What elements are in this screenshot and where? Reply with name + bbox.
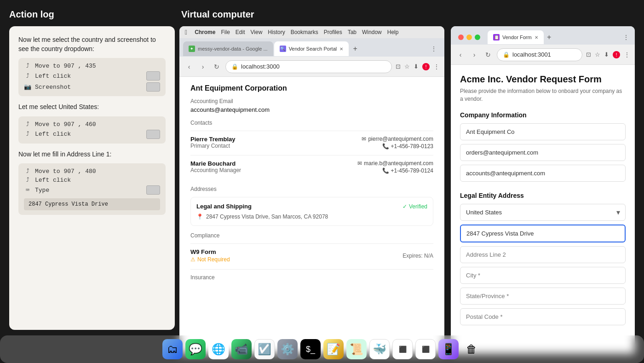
city-field[interactable]	[460, 267, 626, 284]
right-forward-button[interactable]: ›	[469, 51, 479, 58]
menu-file[interactable]: File	[221, 29, 230, 35]
close-traffic-light[interactable]	[458, 35, 464, 40]
tab-vendor-search[interactable]: 🔍 Vendor Search Portal ✕	[274, 41, 349, 56]
menu-window[interactable]: Window	[362, 29, 382, 35]
contact-email-2: marie.b@antequipment.com	[364, 160, 433, 167]
log-action-text-2: Left click	[35, 73, 71, 80]
dock-node1[interactable]: ⬛	[392, 339, 413, 359]
log-actions-box-1: ⤴ Move to 907 , 435 ⤴ Left click 📷 Scree…	[18, 58, 166, 96]
right-address-input[interactable]: 🔒 localhost:3001	[497, 48, 582, 61]
vendor-form-content: Acme Inc. Vendor Request Form Please pro…	[451, 65, 635, 354]
contact-info-2: Marie Bouchard Accounting Manager	[190, 160, 241, 173]
action-log-title: Action log	[9, 9, 175, 20]
vendor-form-tab-close[interactable]: ✕	[535, 35, 538, 40]
right-new-tab-button[interactable]: +	[544, 32, 555, 43]
contact-phone-2: +1-456-789-0124	[391, 167, 433, 174]
menu-chrome[interactable]: Chrome	[195, 29, 215, 35]
right-refresh-button[interactable]: ↻	[483, 51, 493, 58]
maximize-traffic-light[interactable]	[475, 35, 480, 40]
addresses-label: Addresses	[190, 186, 433, 192]
form-address-section: Legal Entity Address United States ▾	[460, 192, 626, 329]
right-more-icon[interactable]: ⋮	[624, 51, 630, 58]
verified-text: Verified	[409, 203, 427, 210]
right-download-icon[interactable]: ⬇	[604, 51, 609, 58]
location-icon: 📍	[196, 213, 203, 220]
vendor-search-favicon: 🔍	[280, 46, 286, 52]
minimize-traffic-light[interactable]	[466, 35, 472, 40]
address-line-1-field[interactable]	[460, 225, 626, 242]
dock-chrome[interactable]: 🌐	[208, 339, 229, 359]
contact-details-1: ✉ pierre@antequipment.com 📞 +1-456-789-0…	[362, 136, 433, 150]
compliance-section: Compliance W9 Form ⚠ Not Required Expir	[190, 232, 433, 281]
phone-icon-2: 📞	[382, 167, 389, 174]
left-address-input[interactable]: 🔒 localhost:3000	[225, 60, 392, 73]
right-back-button[interactable]: ‹	[455, 51, 466, 58]
dock-settings[interactable]: ⚙️	[277, 339, 298, 359]
sheets-favicon: ✦	[189, 46, 195, 52]
company-info-title: Company Information	[460, 111, 626, 119]
dock-facetime[interactable]: 📹	[231, 339, 252, 359]
right-bookmark-icon[interactable]: ☆	[595, 51, 600, 58]
tab-sheets-label: messy-vendor-data - Google ...	[198, 46, 268, 52]
forward-button[interactable]: ›	[198, 63, 208, 70]
dock-notes[interactable]: 📝	[323, 339, 344, 359]
menu-help[interactable]: Help	[387, 29, 399, 35]
state-province-field[interactable]	[460, 288, 626, 305]
left-url-text: localhost:3000	[241, 63, 280, 70]
menu-view[interactable]: View	[251, 29, 263, 35]
info-icon[interactable]: !	[422, 63, 430, 70]
contact-info-1: Pierre Tremblay Primary Contact	[190, 136, 236, 149]
compliance-label: Compliance	[190, 232, 433, 239]
menu-history[interactable]: History	[268, 29, 285, 35]
address-line-2-field[interactable]	[460, 246, 626, 263]
menu-tab[interactable]: Tab	[348, 29, 356, 35]
dock-trash[interactable]: 🗑	[461, 339, 482, 359]
tab-vendor-search-close[interactable]: ✕	[339, 46, 343, 52]
dock-docker[interactable]: 🐳	[369, 339, 390, 359]
more-icon[interactable]: ⋮	[433, 63, 440, 70]
menu-edit[interactable]: Edit	[236, 29, 245, 35]
country-select[interactable]: United States	[460, 204, 626, 221]
dock-messages[interactable]: 💬	[185, 339, 206, 359]
cast-icon: ⊡	[396, 63, 401, 70]
tab-vendor-search-label: Vendor Search Portal	[289, 46, 337, 52]
refresh-button[interactable]: ↻	[212, 63, 222, 70]
log-entry-1: Now let me select the country and screen…	[18, 35, 166, 96]
dock-finder[interactable]: 🗂	[162, 339, 183, 359]
right-url-text: localhost:3001	[512, 51, 551, 58]
download-icon[interactable]: ⬇	[414, 63, 419, 70]
new-tab-button[interactable]: +	[350, 43, 361, 54]
tab-sheets[interactable]: ✦ messy-vendor-data - Google ...	[183, 41, 273, 56]
right-tab-more-icon[interactable]: ⋮	[623, 34, 629, 41]
bookmark-icon[interactable]: ☆	[404, 63, 410, 70]
company-name-field[interactable]	[460, 123, 626, 140]
dock-terminal[interactable]: $_	[300, 339, 321, 359]
dock-reminders[interactable]: ☑️	[254, 339, 275, 359]
orders-email-field[interactable]	[460, 144, 626, 161]
dock-simulator[interactable]: 📱	[438, 339, 459, 359]
log-action-text-7: Left click	[35, 177, 71, 184]
warning-icon: ⚠	[190, 256, 196, 263]
log-action-text-3: Screenshot	[35, 84, 71, 91]
tab-more-icon[interactable]: ⋮	[431, 45, 437, 52]
dock-node2[interactable]: ⬛	[415, 339, 436, 359]
back-button[interactable]: ‹	[184, 63, 194, 70]
log-action-text-4: Move to 907 , 460	[35, 121, 96, 128]
verified-badge: ✓ Verified	[402, 203, 427, 210]
menu-bookmarks[interactable]: Bookmarks	[291, 29, 318, 35]
dock-script[interactable]: 📜	[346, 339, 367, 359]
right-tab[interactable]: 📋 Vendor Form ✕	[488, 30, 544, 44]
log-action-click-1: ⤴ Left click	[24, 71, 160, 81]
right-info-icon[interactable]: !	[613, 51, 620, 58]
log-action-click-2: ⤴ Left click	[24, 130, 160, 139]
accounts-email-field[interactable]	[460, 165, 626, 182]
camera-icon-1: 📷	[24, 83, 31, 91]
log-action-move-1: ⤴ Move to 907 , 435	[24, 63, 160, 69]
menu-profiles[interactable]: Profiles	[324, 29, 342, 35]
contact-details-2: ✉ marie.b@antequipment.com 📞 +1-456-789-…	[357, 160, 433, 175]
postal-code-field[interactable]	[460, 308, 626, 325]
company-name: Ant Equipment Corporation	[190, 84, 433, 92]
log-action-text-8: Type	[35, 187, 49, 194]
main-layout: Action log Now let me select the country…	[0, 0, 644, 363]
lock-icon: 🔒	[231, 63, 238, 70]
